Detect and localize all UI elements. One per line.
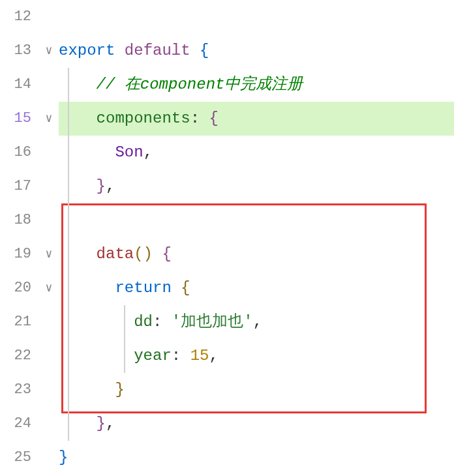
fold-gutter: ∨ ∨ ∨ ∨ — [39, 0, 59, 476]
comma: , — [209, 347, 218, 364]
indent-guide — [68, 407, 69, 441]
brace: } — [59, 449, 68, 466]
code-line[interactable]: year: 15, — [59, 339, 454, 373]
indent-guide — [68, 203, 69, 237]
brace: } — [97, 177, 106, 195]
parens: () — [134, 245, 153, 263]
code-line[interactable]: Son, — [59, 136, 454, 170]
line-number: 14 — [0, 68, 31, 102]
indent-guide — [68, 102, 69, 136]
brace: } — [115, 381, 124, 398]
code-content[interactable]: export default { // 在component中完成注册 comp… — [59, 0, 454, 476]
line-number: 22 — [0, 339, 31, 373]
line-number: 24 — [0, 407, 31, 441]
code-line[interactable]: }, — [59, 170, 454, 203]
line-number: 20 — [0, 271, 31, 305]
indent-guide — [124, 305, 125, 339]
indent-guide — [68, 373, 69, 407]
line-number-current: 15 — [0, 102, 31, 136]
property-key: year — [134, 347, 172, 364]
comment: // 在component中完成注册 — [97, 76, 303, 93]
code-line-highlighted[interactable]: components: { — [59, 102, 454, 136]
indent-guide — [68, 136, 69, 170]
code-line[interactable]: export default { — [59, 34, 454, 68]
property-key: components — [97, 110, 190, 127]
fold-toggle[interactable]: ∨ — [39, 102, 59, 136]
number-literal: 15 — [190, 347, 209, 364]
colon: : — [190, 110, 200, 127]
fold-toggle[interactable]: ∨ — [39, 271, 59, 305]
colon: : — [153, 313, 162, 331]
brace: { — [200, 42, 209, 59]
colon: : — [172, 347, 181, 364]
code-line[interactable]: dd: '加也加也', — [59, 305, 454, 339]
fold-toggle[interactable]: ∨ — [39, 34, 59, 68]
code-line[interactable]: } — [59, 441, 454, 475]
brace: { — [181, 279, 190, 297]
line-number: 16 — [0, 136, 31, 170]
code-line[interactable]: data() { — [59, 237, 454, 271]
brace: } — [97, 415, 106, 432]
code-editor[interactable]: 12 13 14 15 16 17 18 19 20 21 22 23 24 2… — [0, 0, 454, 476]
line-number: 23 — [0, 373, 31, 407]
property-key: dd — [134, 313, 153, 331]
code-line[interactable]: // 在component中完成注册 — [59, 68, 454, 102]
code-line[interactable]: } — [59, 373, 454, 407]
line-number: 13 — [0, 34, 31, 68]
indent-guide — [68, 339, 69, 373]
keyword-export: export — [59, 42, 115, 59]
keyword-return: return — [115, 279, 171, 297]
line-number: 12 — [0, 0, 31, 34]
indent-guide — [68, 305, 69, 339]
code-line[interactable] — [59, 0, 454, 34]
indent-guide — [124, 339, 125, 373]
line-number: 25 — [0, 441, 31, 475]
keyword-default: default — [125, 42, 190, 59]
comma: , — [144, 143, 153, 161]
brace: { — [162, 245, 171, 263]
indent-guide — [68, 170, 69, 203]
line-number: 19 — [0, 237, 31, 271]
fold-toggle[interactable]: ∨ — [39, 237, 59, 271]
code-line[interactable]: }, — [59, 407, 454, 441]
line-number-gutter: 12 13 14 15 16 17 18 19 20 21 22 23 24 2… — [0, 0, 39, 476]
method-name: data — [97, 245, 134, 263]
identifier: Son — [115, 143, 143, 161]
string-literal: '加也加也' — [172, 313, 253, 331]
comma: , — [253, 313, 262, 331]
comma: , — [106, 415, 115, 432]
line-number: 21 — [0, 305, 31, 339]
line-number: 18 — [0, 203, 31, 237]
line-number: 17 — [0, 170, 31, 203]
code-line[interactable]: return { — [59, 271, 454, 305]
indent-guide — [68, 237, 69, 271]
comma: , — [106, 177, 115, 195]
brace: { — [209, 110, 218, 127]
indent-guide — [68, 271, 69, 305]
code-line[interactable] — [59, 203, 454, 237]
indent-guide — [68, 68, 69, 102]
